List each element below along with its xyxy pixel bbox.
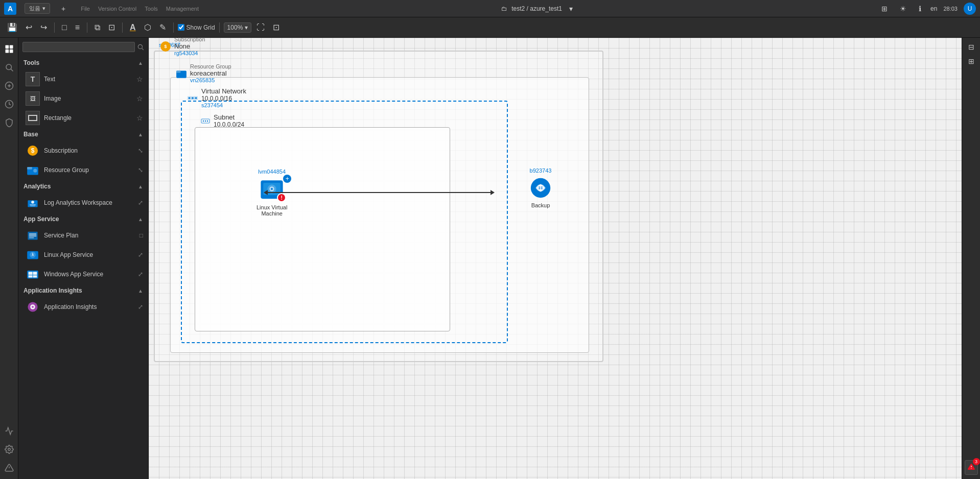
tool-rectangle[interactable]: Rectangle ☆ xyxy=(18,108,148,128)
windows-app-action-icon[interactable]: ⤢ xyxy=(138,271,143,278)
activity-history[interactable] xyxy=(2,97,16,111)
svg-point-51 xyxy=(205,120,206,121)
backup-icon xyxy=(528,176,553,200)
add-tab-button[interactable]: + xyxy=(58,4,68,14)
show-grid-checkbox[interactable] xyxy=(178,24,184,31)
tool-service-plan[interactable]: Service Plan □ xyxy=(18,226,148,245)
titlebar-right: ⊞ ☀ ℹ en 28:03 U xyxy=(878,3,976,15)
subnet-cidr: 10.0.0.0/24 xyxy=(214,121,244,128)
zoom-dropdown-icon: ▾ xyxy=(245,24,248,31)
text-tool-star[interactable]: ☆ xyxy=(136,75,143,83)
linux-app-action-icon[interactable]: ⤢ xyxy=(138,251,143,258)
right-panel-grid[interactable]: ⊞ xyxy=(965,56,977,66)
theme-icon[interactable]: ☀ xyxy=(897,4,909,14)
activity-explore[interactable] xyxy=(2,42,16,56)
svg-rect-25 xyxy=(29,233,36,234)
menu-tools[interactable]: Tools xyxy=(145,6,158,12)
rectangle-tool-star[interactable]: ☆ xyxy=(136,114,143,122)
zoom-selector[interactable]: 100% ▾ xyxy=(224,22,252,33)
activity-deploy[interactable] xyxy=(2,424,16,438)
activity-warning[interactable] xyxy=(2,461,16,475)
activity-settings[interactable] xyxy=(2,442,16,457)
language[interactable]: en xyxy=(930,5,937,12)
sidebar-search-area xyxy=(18,38,148,56)
tool-app-insights[interactable]: Application Insights ⤢ xyxy=(18,297,148,317)
vm-icon-wrapper[interactable]: ! + xyxy=(260,177,284,201)
show-grid-label[interactable]: Show Grid xyxy=(178,24,215,31)
show-grid-text: Show Grid xyxy=(186,24,215,31)
menu-management[interactable]: Management xyxy=(166,6,199,12)
tool-linux-app[interactable]: λ Linux App Service ⤢ xyxy=(18,245,148,265)
menu-version-control[interactable]: Version Control xyxy=(98,6,136,12)
vm-add-button[interactable]: + xyxy=(283,175,291,183)
pen-button[interactable]: ✎ xyxy=(156,20,169,34)
clock: 28:03 xyxy=(943,6,958,12)
svg-rect-3 xyxy=(9,50,13,53)
svg-point-52 xyxy=(207,120,208,121)
rg-resize-icon[interactable]: ⤡ xyxy=(138,166,143,174)
subscription-header: $ Subscription None rg543034 xyxy=(160,38,205,56)
branch-selector[interactable]: 있음 ▾ xyxy=(25,3,50,14)
arrow-head-left-icon xyxy=(264,190,268,195)
section-app-insights[interactable]: Application Insights ▲ xyxy=(18,284,148,297)
titlebar-center: 🗀 test2 / azure_test1 ▾ xyxy=(501,4,576,14)
svg-rect-32 xyxy=(29,272,33,275)
redo-button[interactable]: ↪ xyxy=(37,20,50,34)
file-path-dropdown[interactable]: ▾ xyxy=(566,4,576,14)
layout-icon[interactable]: ⊞ xyxy=(878,4,891,14)
avatar[interactable]: U xyxy=(964,3,976,15)
list-button[interactable]: ≡ xyxy=(72,21,83,34)
rg-title: Resource Group xyxy=(190,63,231,69)
tool-resource-group[interactable]: Resource Group ⤡ xyxy=(18,160,148,180)
separator-2 xyxy=(87,22,87,33)
vnet-header-icon xyxy=(187,92,198,104)
app-service-items: Service Plan □ λ Linux App Service ⤢ xyxy=(18,226,148,284)
tool-windows-app[interactable]: Windows App Service ⤢ xyxy=(18,265,148,284)
fullscreen-button[interactable]: ⛶ xyxy=(253,21,268,34)
titlebar-left: A 있음 ▾ + File Version Control Tools Mana… xyxy=(4,3,199,15)
section-analytics[interactable]: Analytics ▲ xyxy=(18,180,148,193)
tool-log-analytics[interactable]: Log Analytics Workspace ⤢ xyxy=(18,193,148,212)
section-base[interactable]: Base ▲ xyxy=(18,128,148,141)
activity-search[interactable] xyxy=(2,60,16,75)
tool-text[interactable]: T Text ☆ xyxy=(18,69,148,89)
svg-point-50 xyxy=(203,120,204,121)
chevron-analytics-icon: ▲ xyxy=(138,184,143,189)
copy-button-1[interactable]: ⧉ xyxy=(91,21,103,34)
svg-line-14 xyxy=(142,49,144,50)
svg-point-13 xyxy=(138,44,142,49)
service-plan-action-icon[interactable]: □ xyxy=(139,232,143,239)
section-tools[interactable]: Tools ▲ xyxy=(18,56,148,69)
app-insights-action-icon[interactable]: ⤢ xyxy=(138,303,143,310)
svg-rect-42 xyxy=(176,70,180,73)
activity-security[interactable] xyxy=(2,115,16,130)
right-panel-collapse[interactable]: ⊟ xyxy=(965,42,977,52)
svg-rect-35 xyxy=(33,275,37,277)
menu-file[interactable]: File xyxy=(81,6,90,12)
subscription-resize-icon[interactable]: ⤡ xyxy=(138,147,143,154)
search-input[interactable] xyxy=(22,42,135,52)
log-analytics-action-icon[interactable]: ⤢ xyxy=(138,199,143,206)
search-icon[interactable] xyxy=(137,43,144,51)
activity-bar xyxy=(0,38,18,479)
text-color-button[interactable]: A xyxy=(127,21,139,34)
backup-icon-wrapper[interactable] xyxy=(528,176,553,200)
section-app-service[interactable]: App Service ▲ xyxy=(18,212,148,226)
resource-group-header: Resource Group koreacentral vn265835 xyxy=(176,63,231,83)
vnet-header: Virtual Network 10.0.0.0/16 s237454 xyxy=(187,87,246,108)
tool-image[interactable]: 🖼 Image ☆ xyxy=(18,89,148,108)
tool-subscription[interactable]: $ Subscription ⤡ xyxy=(18,141,148,160)
undo-button[interactable]: ↩ xyxy=(22,20,35,34)
toggle-sidebar-button[interactable]: □ xyxy=(59,21,70,34)
activity-add[interactable] xyxy=(2,79,16,93)
svg-rect-26 xyxy=(29,235,36,236)
copy-button-2[interactable]: ⊡ xyxy=(105,20,118,34)
log-analytics-icon xyxy=(26,196,40,210)
save-button[interactable]: 💾 xyxy=(4,20,20,34)
fill-color-button[interactable]: ⬡ xyxy=(141,20,154,34)
canvas-area[interactable]: s050687 $ Subscription None rg543034 Res… xyxy=(149,38,962,479)
image-tool-star[interactable]: ☆ xyxy=(136,94,143,103)
svg-rect-34 xyxy=(29,275,33,277)
info-icon[interactable]: ℹ xyxy=(916,4,924,14)
export-button[interactable]: ⊡ xyxy=(270,20,283,34)
